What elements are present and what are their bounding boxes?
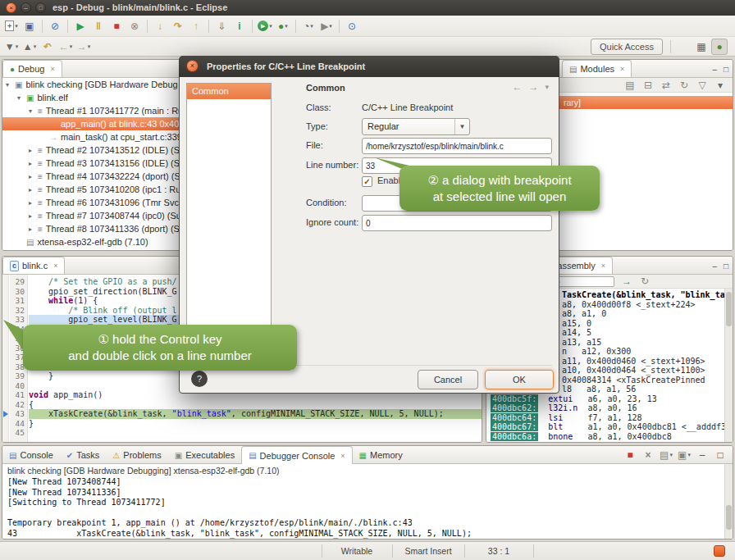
drop-to-frame-icon[interactable]: ⇓	[213, 18, 230, 34]
tree-expand-arrow[interactable]: ▸	[29, 173, 38, 180]
disassembly-line[interactable]: 400dbc62: l32i.n a8, a0, 16	[486, 403, 733, 413]
filter-icon[interactable]: ▽	[694, 77, 710, 93]
close-tab-icon[interactable]: ×	[601, 262, 605, 270]
dialog-category-common[interactable]: Common	[187, 84, 271, 99]
code-line[interactable]: xTaskCreate(&blink_task, "blink_task", c…	[29, 409, 482, 419]
display-selected-console-icon[interactable]: ▤▾	[658, 447, 674, 463]
tab-debugger-console[interactable]: ▤Debugger Console×	[241, 446, 352, 464]
line-number[interactable]: 45	[16, 428, 25, 438]
suspend-icon[interactable]: ‖	[90, 18, 107, 34]
tree-expand-arrow[interactable]: ▾	[17, 94, 26, 102]
minimize-view-icon[interactable]: –	[712, 262, 717, 271]
tab-debug[interactable]: ● Debug ×	[2, 60, 62, 77]
window-titlebar[interactable]: × – □ esp - Debug - blink/main/blink.c -…	[0, 0, 735, 16]
marker-ruler[interactable]	[2, 275, 9, 442]
stop-icon[interactable]: ■	[622, 447, 638, 463]
refresh-view-icon[interactable]: ↻	[637, 273, 653, 289]
close-tab-icon[interactable]: ×	[50, 65, 54, 73]
instruction-stepping-icon[interactable]: i	[231, 18, 248, 34]
disassembly-line[interactable]: 400dbc5f: extui a6, a0, 23, 13	[486, 394, 733, 404]
skip-all-breakpoints-icon[interactable]: ⊘	[47, 18, 63, 34]
last-edit-location-icon[interactable]: ↶	[39, 39, 56, 55]
line-number[interactable]: 29	[16, 277, 25, 287]
open-console-icon[interactable]: ▣▾	[676, 447, 692, 463]
debug-perspective-icon[interactable]: ●	[711, 39, 728, 55]
close-tab-icon[interactable]: ×	[340, 452, 345, 460]
tree-expand-arrow[interactable]: ▸	[29, 225, 38, 233]
line-number[interactable]: 30	[16, 287, 25, 297]
code-line[interactable]: {	[29, 400, 482, 410]
view-menu-icon[interactable]: ▾	[712, 77, 728, 93]
window-minimize-icon[interactable]: –	[21, 2, 31, 13]
remove-launch-icon[interactable]: ×	[640, 447, 656, 463]
terminate-icon[interactable]: ■	[108, 18, 125, 34]
code-line[interactable]	[29, 428, 482, 438]
refresh-icon[interactable]: ↻	[676, 77, 692, 93]
scrollbar[interactable]	[724, 464, 733, 539]
forward-icon[interactable]: →▾	[75, 39, 92, 55]
previous-annotation-icon[interactable]: ▲▾	[21, 39, 38, 55]
run-icon[interactable]: ▶▾	[257, 18, 273, 34]
step-over-icon[interactable]: ↷	[170, 18, 186, 34]
tab-memory[interactable]: ▦Memory	[353, 446, 409, 464]
help-button[interactable]: ?	[191, 371, 208, 387]
tree-expand-arrow[interactable]: ▸	[29, 199, 38, 207]
search-icon[interactable]: ⊙	[344, 18, 360, 34]
line-number[interactable]: 42	[16, 400, 25, 410]
tree-expand-arrow[interactable]: ▾	[29, 107, 38, 115]
dialog-titlebar[interactable]: × Properties for C/C++ Line Breakpoint	[179, 56, 559, 77]
window-close-icon[interactable]: ×	[6, 2, 16, 13]
tree-expand-arrow[interactable]: ▸	[29, 186, 38, 193]
minimize-view-icon[interactable]: –	[694, 447, 710, 463]
tab-tasks[interactable]: ✔Tasks	[60, 446, 107, 464]
debug-icon[interactable]: ●▾	[275, 18, 291, 34]
line-number[interactable]: 33	[16, 315, 25, 325]
open-perspective-icon[interactable]: ▦	[693, 39, 710, 55]
line-number[interactable]: 32	[16, 306, 25, 316]
disassembly-line[interactable]: 400dbc6a: bnone a8, a1, 0x400dbc8	[486, 432, 733, 442]
maximize-view-icon[interactable]: □	[724, 65, 728, 74]
disconnect-icon[interactable]: ⊗	[126, 18, 143, 34]
ignore-count-input[interactable]	[362, 215, 552, 231]
scrollbar[interactable]	[724, 289, 733, 442]
resume-icon[interactable]: ▶	[72, 18, 89, 34]
save-icon[interactable]: ▣	[21, 18, 38, 34]
close-tab-icon[interactable]: ×	[620, 65, 624, 73]
line-number[interactable]: 40	[16, 381, 25, 391]
console-content[interactable]: blink checking [GDB Hardware Debugging] …	[2, 464, 733, 539]
new-wizard-icon[interactable]: +▾	[3, 18, 20, 34]
tree-expand-arrow[interactable]: ▸	[29, 147, 38, 154]
status-notification-icon[interactable]	[714, 545, 725, 557]
window-maximize-icon[interactable]: □	[35, 2, 46, 13]
ok-button[interactable]: OK	[485, 370, 554, 389]
line-number[interactable]: 44	[16, 419, 25, 429]
line-number[interactable]: 41	[16, 390, 25, 400]
step-into-icon[interactable]: ↓	[152, 18, 168, 34]
show-full-paths-icon[interactable]: ▤	[622, 77, 638, 93]
disassembly-line[interactable]: 400dbc64: lsi f7, a1, 128	[486, 413, 733, 423]
disassembly-line[interactable]: 400dbc67: blt a1, a0, 0x400dbc81 <__addd…	[486, 422, 733, 432]
maximize-view-icon[interactable]: □	[712, 447, 728, 463]
tab-console[interactable]: ▤Console	[2, 446, 60, 464]
close-tab-icon[interactable]: ×	[53, 262, 57, 270]
maximize-view-icon[interactable]: □	[724, 262, 728, 271]
tab-problems[interactable]: ⚠Problems	[106, 446, 167, 464]
tab-blink-c[interactable]: c blink.c ×	[2, 257, 65, 274]
back-icon[interactable]: ←	[512, 81, 522, 93]
external-tools-icon[interactable]: ▶▾	[318, 18, 335, 34]
quick-access-button[interactable]: Quick Access	[591, 39, 663, 55]
cancel-button[interactable]: Cancel	[418, 370, 478, 389]
profile-icon[interactable]: ◔▾	[300, 18, 317, 34]
line-number[interactable]: 39	[16, 371, 25, 381]
collapse-all-icon[interactable]: ⊟	[640, 77, 656, 93]
file-input[interactable]	[362, 138, 552, 154]
locate-pc-icon[interactable]: →	[619, 273, 635, 289]
tab-modules[interactable]: ▤ Modules ×	[562, 60, 632, 77]
line-number[interactable]: 43	[16, 409, 25, 419]
back-icon[interactable]: ←▾	[57, 39, 74, 55]
tree-expand-arrow[interactable]: ▸	[29, 160, 38, 167]
step-return-icon[interactable]: ↑	[188, 18, 204, 34]
link-with-debug-icon[interactable]: ⇄	[658, 77, 674, 93]
enabled-checkbox[interactable]: ✓	[362, 176, 372, 187]
minimize-view-icon[interactable]: –	[712, 65, 717, 74]
